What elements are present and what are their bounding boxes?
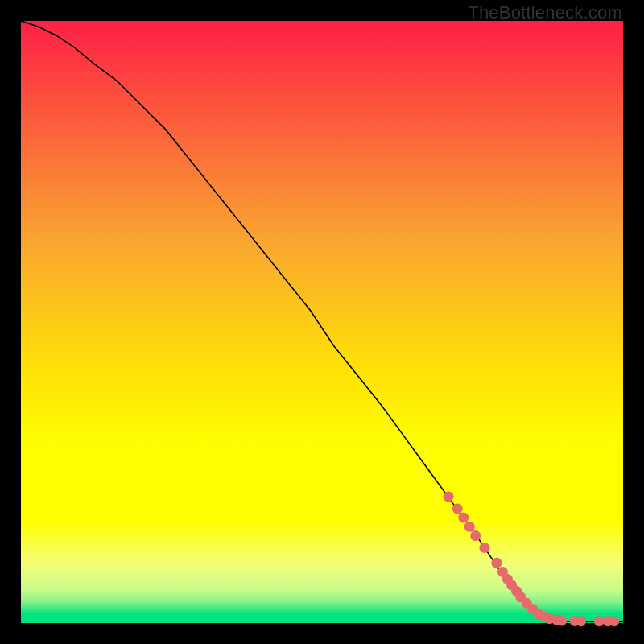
chart-marker: [491, 558, 502, 568]
chart-canvas: [0, 0, 644, 644]
svg-rect-1: [21, 21, 623, 623]
chart-marker: [594, 616, 605, 626]
watermark-source: TheBottleneck.com: [468, 2, 622, 23]
chart-marker: [452, 503, 463, 514]
chart-marker: [556, 616, 567, 626]
chart-marker: [576, 616, 586, 626]
chart-marker: [470, 530, 481, 541]
chart-marker: [464, 522, 475, 532]
chart-marker: [609, 616, 619, 626]
chart-marker: [458, 513, 469, 523]
chart-svg: [0, 0, 644, 644]
chart-marker: [444, 491, 454, 502]
chart-marker: [479, 543, 489, 553]
